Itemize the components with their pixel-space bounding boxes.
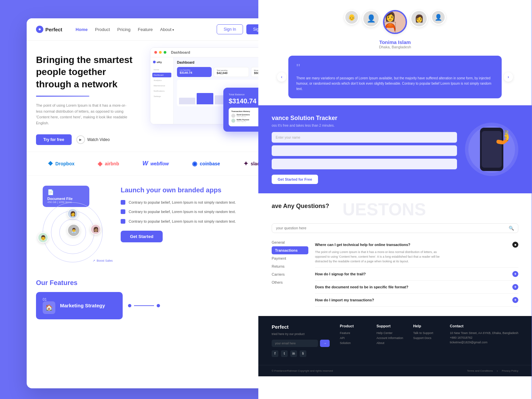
faq-search-icon: 🔍 — [509, 226, 514, 231]
faq-toggle-3[interactable]: + — [512, 284, 518, 290]
webflow-label: webflow — [150, 161, 169, 166]
faq-question-row-3: Does the document need to be in specific… — [315, 284, 518, 290]
dash-menu-analytics[interactable]: Analytics — [152, 78, 171, 83]
stat-value-live: $3140.74 — [180, 71, 209, 74]
feature-title: Launch your own branded apps — [121, 186, 274, 194]
social-linkedin[interactable]: li — [300, 350, 306, 357]
chart-bar-2 — [197, 93, 213, 104]
tracker-field-1[interactable]: Enter your name — [272, 132, 457, 143]
hero-text: Bringing the smartest people together th… — [36, 54, 143, 145]
footer-legal: Terms and Conditions • Privacy Policy — [467, 369, 518, 372]
faq-question-3: Does the document need to be in specific… — [315, 285, 408, 289]
social-twitter[interactable]: t — [281, 350, 288, 357]
dropbox-label: Dropbox — [55, 161, 75, 166]
testimonial-next-button[interactable]: › — [504, 72, 513, 82]
test-card-wrapper: ‹ " There are many variations of passage… — [282, 56, 508, 98]
logo-area: Perfect — [36, 26, 62, 33]
tracker-subtitle: oss It's free and takes less than 2 minu… — [272, 124, 457, 127]
footer-talk-link[interactable]: Talk to Support — [413, 331, 440, 335]
hero-description: The point of using Lorem Ipsum is that i… — [36, 103, 129, 126]
nav-pricing[interactable]: Pricing — [117, 27, 131, 32]
faq-toggle-2[interactable]: + — [512, 271, 518, 277]
dash-title: Dashboard — [171, 50, 190, 54]
footer-about-link[interactable]: About — [376, 341, 403, 345]
center-avatar: 👨‍💼 — [67, 224, 80, 237]
nav-about[interactable]: About — [160, 27, 174, 32]
dash-menu-settings[interactable]: Settings — [152, 94, 171, 99]
faq-cat-general[interactable]: General — [272, 238, 308, 246]
faq-search[interactable]: 🔍 — [272, 223, 518, 233]
feature-content: Launch your own branded apps Contrary to… — [121, 186, 274, 262]
footer-help: Help Talk to Support Support Docs — [413, 324, 440, 357]
test-text: There are many variations of passages of… — [296, 76, 494, 92]
test-avatar-4: 👤 — [431, 10, 446, 25]
faq-question-1: Where can I get technical help for onlin… — [315, 243, 410, 247]
testimonial-prev-button[interactable]: ‹ — [277, 72, 286, 82]
get-started-button[interactable]: Get Started — [121, 231, 163, 242]
faq-toggle-4[interactable]: + — [512, 297, 518, 303]
test-author: Tonima Islam Dhaka, Bangladesh — [272, 39, 518, 49]
footer-privacy[interactable]: Privacy Policy — [502, 369, 518, 372]
dash-logo: uifry — [152, 61, 171, 63]
nav-product[interactable]: Product — [95, 27, 110, 32]
faq-item-1: Where can I get technical help for onlin… — [315, 238, 518, 268]
brand-coinbase: ◉ coinbase — [192, 160, 220, 167]
airbnb-label: airbnb — [105, 161, 119, 166]
footer-terms[interactable]: Terms and Conditions — [467, 369, 493, 372]
footer-supportdocs-link[interactable]: Support Docs — [413, 336, 440, 340]
tracker-field-3[interactable] — [272, 159, 457, 169]
tracker-cta-button[interactable]: Get Started for Free — [272, 175, 318, 184]
try-free-button[interactable]: Try for free — [36, 134, 72, 145]
slack-icon: ✦ — [243, 160, 248, 167]
faq-search-input[interactable] — [276, 226, 506, 230]
footer-bottom: © FreelancerRahman Copyright and rights … — [258, 365, 532, 376]
footer-email-button[interactable]: → — [320, 340, 330, 347]
footer-email-input: → — [272, 340, 330, 347]
watch-video-button[interactable]: ▶ Watch Video — [76, 135, 110, 144]
brand-webflow: W webflow — [142, 160, 169, 167]
social-icons: f t in li — [272, 350, 330, 357]
trans-avatar-2 — [231, 119, 235, 123]
signin-button[interactable]: Sign In — [217, 24, 243, 34]
tracker-image: 🤳 — [465, 123, 518, 176]
dash-menu-home[interactable]: Home — [152, 67, 171, 72]
footer-api-link[interactable]: API — [340, 336, 366, 340]
nav-home[interactable]: Home — [76, 27, 88, 32]
right-page: 👴 👤 👩🦰 👩 👤 Tonima Islam Dhaka, Banglades… — [258, 0, 532, 399]
stat-label-total: Total spending — [217, 69, 246, 71]
hand-emoji: 🤳 — [495, 129, 512, 145]
footer-helpcenter-link[interactable]: Help Center — [376, 331, 403, 335]
feature-list: Contrary to popular belief, Lorem Ipsum … — [121, 200, 274, 224]
connector-dot-1 — [128, 304, 131, 307]
faq-cat-transactions[interactable]: Transactions — [272, 246, 308, 254]
logo-text: Perfect — [45, 27, 62, 32]
dash-menu-notifications[interactable]: Notifications — [152, 89, 171, 93]
faq-toggle-1[interactable]: ● — [512, 242, 518, 248]
brand-dropbox: ❖ Dropbox — [48, 160, 75, 167]
footer-solution-link[interactable]: Solution — [340, 341, 366, 345]
test-author-name: Tonima Islam — [272, 39, 518, 45]
dash-menu-maintenance[interactable]: Maintenance — [152, 83, 171, 88]
footer-email-field[interactable] — [272, 340, 318, 347]
footer-account-link[interactable]: Account Information — [376, 336, 403, 340]
marketing-icon: 🏠 — [43, 301, 55, 314]
faq-cat-others[interactable]: Others — [272, 278, 308, 286]
nav-feature[interactable]: Feature — [138, 27, 153, 32]
faq-cat-payment[interactable]: Payment — [272, 254, 308, 262]
logo-icon — [36, 26, 43, 33]
social-facebook[interactable]: f — [272, 350, 278, 357]
social-instagram[interactable]: in — [290, 350, 297, 357]
tracker-field-2[interactable] — [272, 145, 457, 156]
webflow-icon: W — [142, 160, 148, 167]
faq-cat-returns[interactable]: Returns — [272, 262, 308, 270]
footer-address: 10 New Town Street, AA 6YKB, Dhaka, Bang… — [450, 331, 518, 335]
footer-help-title: Help — [413, 324, 440, 328]
footer-support: Support Help Center Account Information … — [376, 324, 403, 357]
footer-feature-link[interactable]: Feature — [340, 331, 366, 335]
dash-sidebar: uifry Home Dashboard Analytics Maintenan… — [150, 57, 174, 124]
dash-menu-dashboard[interactable]: Dashboard — [152, 73, 171, 77]
faq-cat-carriers[interactable]: Carriers — [272, 270, 308, 278]
test-card: " There are many variations of passages … — [288, 56, 502, 98]
dot-green — [164, 51, 166, 54]
testimonial-avatars: 👴 👤 👩🦰 👩 👤 — [272, 10, 518, 34]
